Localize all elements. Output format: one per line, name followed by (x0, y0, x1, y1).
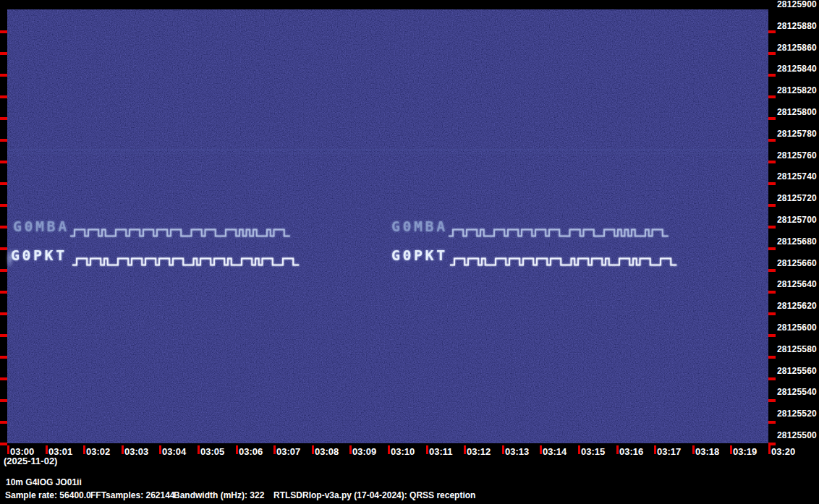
time-axis-label: 03:05 (200, 447, 224, 456)
freq-tick-right (768, 204, 776, 207)
fft-samples-text: FFTsamples: 262144 (90, 491, 175, 500)
time-tick (426, 445, 428, 454)
freq-tick-left (0, 247, 7, 250)
freq-axis-label: 28125840 (777, 64, 817, 73)
freq-axis-label: 28125600 (777, 323, 817, 332)
time-axis-label: 03:14 (543, 447, 566, 456)
time-axis-label: 03:07 (276, 447, 300, 456)
bandwidth-text: Bandwidth (mHz): 322 (174, 491, 264, 500)
time-tick (502, 445, 504, 454)
freq-tick-left (0, 52, 7, 55)
time-tick (83, 445, 85, 454)
time-tick (46, 445, 48, 454)
time-axis-label: 03:19 (733, 447, 757, 456)
freq-tick-left (0, 139, 7, 142)
freq-tick-left (0, 334, 7, 337)
freq-tick-left (0, 95, 7, 98)
freq-tick-right (768, 356, 776, 359)
time-tick (349, 445, 352, 454)
freq-tick-right (768, 421, 776, 424)
time-tick (159, 445, 161, 454)
freq-tick-right (768, 312, 776, 315)
date-annotation: (2025-11-02) (4, 456, 57, 466)
time-axis-label: 03:04 (162, 447, 186, 456)
freq-tick-left (0, 117, 7, 120)
time-axis-label: 03:02 (86, 447, 110, 456)
time-axis-label: 03:18 (695, 447, 719, 456)
freq-axis-label: 28125620 (777, 302, 817, 310)
freq-tick-left (0, 30, 7, 33)
freq-tick-left (0, 161, 7, 163)
time-tick (122, 445, 124, 454)
freq-tick-left (0, 356, 7, 359)
freq-axis-label: 28125800 (777, 108, 817, 116)
freq-axis-label: 28125640 (777, 280, 817, 289)
time-tick (198, 445, 200, 454)
time-tick (692, 445, 695, 454)
freq-tick-right (768, 117, 776, 120)
time-axis-label: 03:20 (771, 447, 795, 456)
freq-tick-left (0, 204, 7, 207)
time-tick (616, 445, 619, 454)
freq-tick-left (0, 291, 7, 294)
freq-tick-left (0, 443, 7, 445)
freq-tick-right (768, 161, 776, 163)
time-axis-label: 03:17 (657, 447, 681, 456)
freq-axis-label: 28125780 (777, 129, 817, 138)
station-title: 10m G4IOG JO01ii (6, 478, 82, 487)
freq-tick-left (0, 312, 7, 315)
freq-tick-left (0, 269, 7, 272)
freq-tick-left (0, 182, 7, 185)
callsign-text-g0mba: G0MBA (13, 219, 69, 234)
freq-axis-label: 28125820 (777, 86, 817, 95)
freq-tick-left (0, 226, 7, 228)
freq-tick-right (768, 30, 776, 33)
freq-axis-label: 28125880 (777, 22, 817, 30)
freq-axis-label: 28125760 (777, 151, 817, 160)
freq-tick-right (768, 74, 776, 77)
time-axis-label: 03:08 (315, 447, 339, 456)
time-axis-label: 03:16 (619, 447, 643, 456)
freq-axis-label: 28125900 (777, 0, 817, 9)
time-tick (540, 445, 542, 454)
freq-tick-right (768, 399, 776, 402)
freq-tick-right (768, 334, 776, 337)
freq-tick-right (768, 291, 776, 294)
time-tick (7, 445, 9, 454)
freq-axis-label: 28125740 (777, 172, 817, 181)
freq-tick-right (768, 247, 776, 250)
time-tick (273, 445, 276, 454)
spectrogram-noise (7, 9, 768, 443)
time-axis-label: 03:10 (391, 447, 415, 456)
sample-rate-text: Sample rate: 56400.0 (5, 491, 91, 500)
freq-axis-label: 28125860 (777, 43, 817, 52)
program-text: RTLSDRlop-v3a.py (17-04-2024): QRSS rece… (273, 491, 475, 500)
time-tick (388, 445, 390, 454)
time-tick (236, 445, 238, 454)
freq-axis-label: 28125540 (777, 388, 817, 396)
freq-axis-label: 28125660 (777, 259, 817, 268)
freq-axis-label: 28125580 (777, 345, 817, 354)
time-axis-label: 03:15 (581, 447, 605, 456)
spectrogram-canvas (7, 9, 768, 443)
qrss-grabber-screen: G0MBAG0PKTG0MBAG0PKT 2812590028125880281… (0, 0, 819, 504)
freq-axis-label: 28125520 (777, 409, 817, 418)
time-tick (730, 445, 732, 454)
freq-tick-right (768, 139, 776, 142)
freq-axis-label: 28125720 (777, 194, 817, 202)
freq-tick-right (768, 226, 776, 228)
freq-axis-label: 28125560 (777, 367, 817, 375)
time-tick (768, 445, 771, 454)
freq-axis-label: 28125680 (777, 237, 817, 246)
time-tick (654, 445, 656, 454)
time-axis-label: 03:06 (239, 447, 263, 456)
freq-tick-right (768, 95, 776, 98)
freq-tick-right (768, 182, 776, 185)
freq-axis-label: 28125700 (777, 215, 817, 224)
time-tick (312, 445, 314, 454)
freq-tick-left (0, 377, 7, 380)
time-axis-label: 03:03 (124, 447, 148, 456)
time-axis-label: 03:11 (429, 447, 453, 456)
time-axis-label: 03:09 (352, 447, 376, 456)
callsign-text-g0pkt: G0PKT (391, 248, 448, 262)
